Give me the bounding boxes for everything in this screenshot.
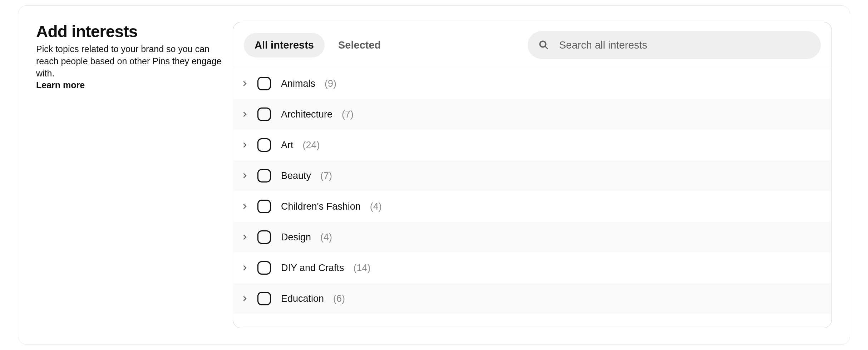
interest-label: Children's Fashion <box>281 201 361 212</box>
interest-checkbox[interactable] <box>257 292 271 305</box>
add-interests-container: Add interests Pick topics related to you… <box>18 5 850 345</box>
interest-label: DIY and Crafts <box>281 262 344 274</box>
tab-selected[interactable]: Selected <box>327 33 391 58</box>
interest-label: Beauty <box>281 170 311 181</box>
search-box[interactable] <box>528 31 821 59</box>
expand-toggle[interactable] <box>240 201 251 212</box>
list-item: Children's Fashion (4) <box>233 191 832 222</box>
list-item: Architecture (7) <box>233 99 832 130</box>
chevron-right-icon <box>241 264 249 272</box>
interest-list[interactable]: Animals (9) Architecture (7) Art (24) <box>233 68 832 328</box>
expand-toggle[interactable] <box>240 231 251 243</box>
page-description: Pick topics related to your brand so you… <box>36 43 222 79</box>
chevron-right-icon <box>241 233 249 241</box>
interest-label: Design <box>281 232 311 243</box>
chevron-right-icon <box>241 172 249 180</box>
learn-more-link[interactable]: Learn more <box>36 80 85 90</box>
tab-all-interests[interactable]: All interests <box>244 33 325 58</box>
expand-toggle[interactable] <box>240 293 251 304</box>
interest-label: Art <box>281 140 294 151</box>
interest-checkbox[interactable] <box>257 261 271 275</box>
interest-count: (7) <box>320 170 332 181</box>
expand-toggle[interactable] <box>240 139 251 151</box>
interest-count: (7) <box>342 109 354 120</box>
search-input[interactable] <box>559 39 810 51</box>
list-item: DIY and Crafts (14) <box>233 252 832 283</box>
interest-count: (14) <box>354 262 371 274</box>
expand-toggle[interactable] <box>240 170 251 181</box>
page-title: Add interests <box>36 22 222 41</box>
interest-checkbox[interactable] <box>257 230 271 244</box>
list-item: Beauty (7) <box>233 160 832 191</box>
interest-checkbox[interactable] <box>257 138 271 152</box>
chevron-right-icon <box>241 295 249 302</box>
interest-checkbox[interactable] <box>257 169 271 182</box>
tabs: All interests Selected <box>244 33 391 58</box>
interest-checkbox[interactable] <box>257 77 271 90</box>
chevron-right-icon <box>241 110 249 118</box>
search-icon <box>538 40 549 50</box>
interest-label: Animals <box>281 78 315 89</box>
interest-count: (9) <box>325 78 336 89</box>
interest-count: (24) <box>303 140 320 151</box>
left-panel: Add interests Pick topics related to you… <box>36 22 222 328</box>
interest-count: (6) <box>333 293 345 304</box>
expand-toggle[interactable] <box>240 109 251 120</box>
list-item: Design (4) <box>233 222 832 252</box>
chevron-right-icon <box>241 202 249 210</box>
list-item: Education (6) <box>233 283 832 314</box>
expand-toggle[interactable] <box>240 78 251 89</box>
interest-count: (4) <box>370 201 382 212</box>
chevron-right-icon <box>241 141 249 149</box>
chevron-right-icon <box>241 80 249 88</box>
list-item: Animals (9) <box>233 68 832 99</box>
interest-label: Architecture <box>281 109 332 120</box>
list-item: Art (24) <box>233 130 832 160</box>
interest-checkbox[interactable] <box>257 200 271 213</box>
interest-label: Education <box>281 293 324 304</box>
panel-header: All interests Selected <box>233 22 832 68</box>
interests-panel: All interests Selected Animals (9) <box>233 22 832 328</box>
interest-count: (4) <box>320 232 332 243</box>
interest-checkbox[interactable] <box>257 108 271 121</box>
expand-toggle[interactable] <box>240 262 251 274</box>
